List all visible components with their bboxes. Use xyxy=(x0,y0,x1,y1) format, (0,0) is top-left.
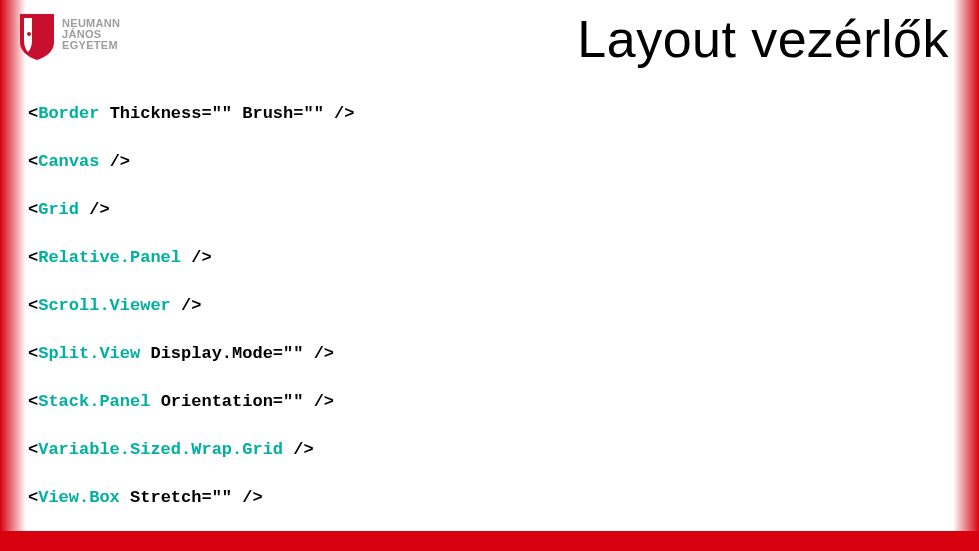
code-line: <Stack.Panel Orientation="" /> xyxy=(28,392,939,412)
xaml-element: Relative.Panel xyxy=(38,248,181,267)
angle-open-icon: < xyxy=(28,344,38,363)
angle-close-icon: /> xyxy=(334,104,354,123)
slide-content: <Border Thickness="" Brush="" /><Canvas … xyxy=(28,104,939,511)
code-line: <View.Box Stretch="" /> xyxy=(28,488,939,508)
xaml-element: Stack.Panel xyxy=(38,392,150,411)
code-line: <Relative.Panel /> xyxy=(28,248,939,268)
xaml-attribute: Stretch="" xyxy=(130,488,232,507)
slide-header: NEUMANN JÁNOS EGYETEM Layout vezérlők xyxy=(18,12,949,66)
xaml-element: Variable.Sized.Wrap.Grid xyxy=(38,440,283,459)
angle-open-icon: < xyxy=(28,440,38,459)
angle-open-icon: < xyxy=(28,488,38,507)
university-name: NEUMANN JÁNOS EGYETEM xyxy=(62,12,120,51)
angle-close-icon: /> xyxy=(314,392,334,411)
code-line: <Scroll.Viewer /> xyxy=(28,296,939,316)
code-line: <Canvas /> xyxy=(28,152,939,172)
angle-open-icon: < xyxy=(28,296,38,315)
angle-close-icon: /> xyxy=(314,344,334,363)
right-accent-band xyxy=(953,0,979,551)
angle-close-icon: /> xyxy=(89,200,109,219)
xaml-element: View.Box xyxy=(38,488,120,507)
angle-open-icon: < xyxy=(28,104,38,123)
angle-close-icon: /> xyxy=(242,488,262,507)
angle-close-icon: /> xyxy=(293,440,313,459)
code-line: <Grid /> xyxy=(28,200,939,220)
svg-point-0 xyxy=(27,32,31,36)
angle-open-icon: < xyxy=(28,392,38,411)
code-line: <Variable.Sized.Wrap.Grid /> xyxy=(28,440,939,460)
angle-open-icon: < xyxy=(28,200,38,219)
left-accent-band xyxy=(0,0,26,551)
shield-icon xyxy=(18,12,56,62)
xaml-attribute: Orientation="" xyxy=(161,392,304,411)
slide-title: Layout vezérlők xyxy=(577,12,949,66)
logo-line-3: EGYETEM xyxy=(62,40,120,51)
angle-close-icon: /> xyxy=(181,296,201,315)
xaml-attribute: Brush="" xyxy=(242,104,324,123)
angle-open-icon: < xyxy=(28,248,38,267)
xaml-element: Split.View xyxy=(38,344,140,363)
university-logo: NEUMANN JÁNOS EGYETEM xyxy=(18,12,120,62)
slide: NEUMANN JÁNOS EGYETEM Layout vezérlők <B… xyxy=(0,0,979,551)
xaml-attribute: Thickness="" xyxy=(110,104,232,123)
angle-open-icon: < xyxy=(28,152,38,171)
code-line: <Border Thickness="" Brush="" /> xyxy=(28,104,939,124)
xaml-element: Canvas xyxy=(38,152,99,171)
angle-close-icon: /> xyxy=(191,248,211,267)
xaml-element: Scroll.Viewer xyxy=(38,296,171,315)
code-line: <Split.View Display.Mode="" /> xyxy=(28,344,939,364)
footer-accent-bar xyxy=(0,531,979,551)
xaml-element: Grid xyxy=(38,200,79,219)
angle-close-icon: /> xyxy=(110,152,130,171)
xaml-attribute: Display.Mode="" xyxy=(150,344,303,363)
xaml-element: Border xyxy=(38,104,99,123)
